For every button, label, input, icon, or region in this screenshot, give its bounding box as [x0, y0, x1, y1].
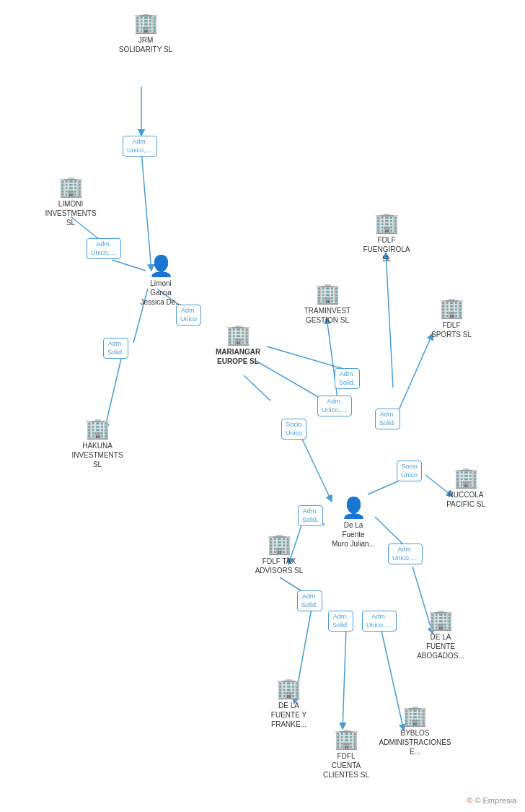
badge-adm-unico-6[interactable]: Adm.Unico,....: [362, 611, 397, 632]
watermark-copy: ©: [467, 796, 472, 805]
badge-adm-solid-2[interactable]: Adm.Solid.: [335, 368, 360, 389]
label-ruccola: RUCCOLAPACIFIC SL: [446, 490, 485, 509]
svg-line-9: [256, 361, 325, 401]
building-icon-byblos: 🏢: [402, 706, 428, 726]
watermark: © © Empresia: [467, 796, 516, 805]
graph-container: 🏢 JRM SOLIDARITY SL 🏢 LIMONIINVESTMENTSS…: [0, 0, 525, 812]
building-icon-jrm: 🏢: [133, 13, 159, 33]
building-icon-mariangar: 🏢: [226, 325, 251, 345]
svg-line-22: [343, 628, 346, 729]
badge-adm-unico-2[interactable]: Adm.Unico,....: [87, 238, 121, 259]
node-fdlf-sports[interactable]: 🏢 FDLFSPORTS SL: [423, 298, 480, 339]
watermark-text: © Empresia: [475, 796, 516, 805]
label-byblos: BYBLOSADMINISTRACIONESE...: [379, 728, 451, 756]
label-fdfl-cuenta: FDFLCUENTACLIENTES SL: [323, 751, 369, 780]
node-fdlf-tax[interactable]: 🏢 FDLF TAXADVISORS SL: [250, 534, 308, 575]
label-limoni-garcia: LimoniGarciaJessica De...: [140, 279, 181, 307]
node-hakuna[interactable]: 🏢 HAKUNAINVESTMENTSSL: [69, 419, 126, 469]
svg-line-13: [399, 333, 433, 410]
node-limoni-garcia[interactable]: 👤 LimoniGarciaJessica De...: [132, 256, 190, 307]
node-de-la-fuente[interactable]: 👤 De LaFuenteMuro Julian...: [325, 498, 382, 549]
building-icon-de-la-fuente-y: 🏢: [276, 678, 301, 699]
node-fdfl-cuenta[interactable]: 🏢 FDFLCUENTACLIENTES SL: [317, 729, 375, 780]
node-byblos[interactable]: 🏢 BYBLOSADMINISTRACIONESE...: [381, 706, 449, 756]
node-jrm[interactable]: 🏢 JRM SOLIDARITY SL: [117, 13, 175, 54]
building-icon-fdfl-cuenta: 🏢: [334, 729, 359, 749]
label-de-la-fuente-abog: DE LAFUENTEABOGADOS...: [417, 632, 464, 660]
label-de-la-fuente: De LaFuenteMuro Julian...: [332, 520, 375, 549]
label-fdlf-tax: FDLF TAXADVISORS SL: [255, 556, 304, 575]
badge-adm-solid-3[interactable]: Adm.Solid.: [375, 409, 400, 429]
svg-line-12: [386, 253, 393, 388]
label-limoni: LIMONIINVESTMENTSSL: [45, 199, 96, 227]
building-icon-fdlf-tax: 🏢: [267, 534, 292, 554]
label-fdlf-sports: FDLFSPORTS SL: [431, 320, 472, 339]
node-de-la-fuente-y[interactable]: 🏢 DE LAFUENTE YFRANKE...: [258, 678, 319, 729]
building-icon-ruccola: 🏢: [454, 468, 479, 488]
label-jrm: JRM SOLIDARITY SL: [117, 35, 175, 54]
badge-adm-unico-5[interactable]: Adm.Unico,....: [388, 543, 423, 564]
building-icon-fdlf-fuengirola: 🏢: [374, 213, 400, 233]
badge-adm-solid-1[interactable]: Adm.Solid.: [103, 338, 128, 359]
node-traminvest[interactable]: 🏢 TRAMINVESTGESTION SL: [299, 284, 356, 325]
label-de-la-fuente-y: DE LAFUENTE YFRANKE...: [271, 701, 306, 729]
building-icon-de-la-fuente-abog: 🏢: [428, 610, 454, 630]
person-icon-limoni-garcia: 👤: [149, 256, 174, 276]
label-traminvest: TRAMINVESTGESTION SL: [304, 306, 350, 325]
badge-adm-solid-5[interactable]: Adm.Solid.: [297, 590, 322, 611]
node-limoni[interactable]: 🏢 LIMONIINVESTMENTSSL: [42, 177, 100, 227]
svg-line-7: [244, 375, 270, 401]
badge-adm-solid-6[interactable]: Adm.Solid.: [328, 611, 353, 632]
building-icon-limoni: 🏢: [58, 177, 84, 197]
svg-line-8: [299, 433, 332, 502]
building-icon-fdlf-sports: 🏢: [439, 298, 464, 318]
label-hakuna: HAKUNAINVESTMENTSSL: [71, 441, 123, 469]
person-icon-de-la-fuente: 👤: [341, 498, 366, 518]
badge-socio-unico-1[interactable]: SocioÚnico: [281, 419, 306, 440]
badge-adm-unico-1[interactable]: Adm.Unico,....: [123, 136, 157, 157]
badge-adm-unico-3[interactable]: Adm.Unico: [176, 305, 201, 326]
node-de-la-fuente-abog[interactable]: 🏢 DE LAFUENTEABOGADOS...: [412, 610, 469, 660]
badge-adm-solid-4[interactable]: Adm.Solid.: [298, 505, 323, 526]
node-ruccola[interactable]: 🏢 RUCCOLAPACIFIC SL: [437, 468, 495, 509]
badge-socio-unico-2[interactable]: SocioÚnico: [397, 460, 422, 481]
badge-adm-unico-4[interactable]: Adm.Unico,....: [317, 396, 352, 416]
node-fdlf-fuengirola[interactable]: 🏢 FDLFFUENGIROLASL: [358, 213, 415, 263]
node-mariangar[interactable]: 🏢 MARIANGAREUROPE SL: [209, 325, 267, 366]
svg-line-1: [141, 152, 151, 271]
building-icon-hakuna: 🏢: [85, 419, 110, 439]
label-mariangar: MARIANGAREUROPE SL: [216, 347, 260, 366]
building-icon-traminvest: 🏢: [315, 284, 340, 304]
label-fdlf-fuengirola: FDLFFUENGIROLASL: [363, 235, 410, 263]
